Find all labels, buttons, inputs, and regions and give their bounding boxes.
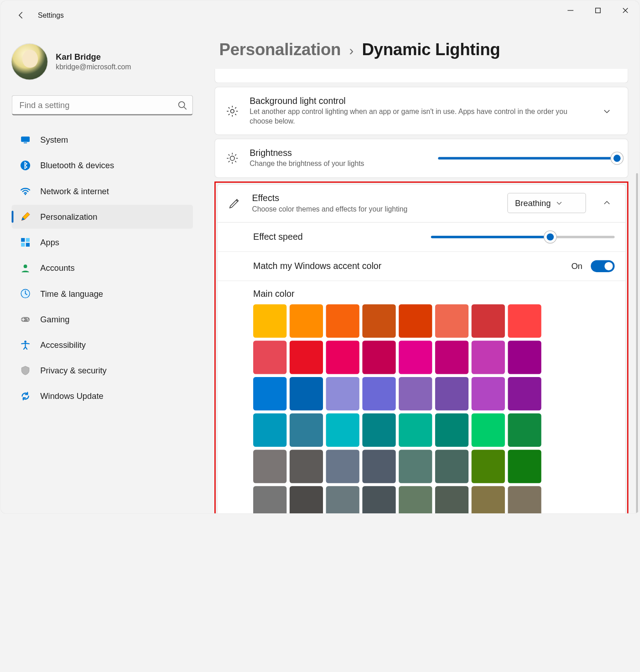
apps-icon: [20, 237, 31, 248]
color-swatch[interactable]: [508, 450, 541, 483]
breadcrumb-current: Dynamic Lighting: [362, 40, 500, 59]
color-swatch[interactable]: [290, 341, 323, 374]
color-swatch[interactable]: [472, 450, 505, 483]
color-swatch[interactable]: [435, 341, 468, 374]
breadcrumb-parent[interactable]: Personalization: [219, 40, 341, 59]
color-swatch[interactable]: [362, 486, 395, 513]
color-swatch[interactable]: [362, 304, 395, 337]
brightness-sub: Change the brightness of your lights: [250, 159, 427, 169]
color-swatch[interactable]: [508, 341, 541, 374]
sidebar-item-label: Time & language: [40, 289, 103, 299]
sidebar-item-bluetooth-devices[interactable]: Bluetooth & devices: [12, 154, 193, 177]
brightness-title: Brightness: [250, 148, 427, 158]
sidebar-item-accounts[interactable]: Accounts: [12, 256, 193, 280]
color-swatch[interactable]: [326, 341, 359, 374]
color-swatch[interactable]: [326, 377, 359, 410]
color-swatch[interactable]: [253, 377, 286, 410]
scrollbar-thumb[interactable]: [636, 173, 638, 513]
color-swatch[interactable]: [399, 377, 432, 410]
svg-point-17: [230, 156, 235, 160]
profile-name: Karl Bridge: [56, 52, 131, 62]
breadcrumb-separator: ›: [349, 43, 354, 59]
effects-header[interactable]: Effects Choose color themes and effects …: [218, 184, 625, 222]
color-swatch[interactable]: [362, 341, 395, 374]
main-color-label: Main color: [253, 288, 614, 298]
color-swatch[interactable]: [326, 486, 359, 513]
color-swatch[interactable]: [290, 486, 323, 513]
match-accent-label: Match my Windows accent color: [253, 261, 563, 271]
profile-block[interactable]: Karl Bridge kbridge@microsoft.com: [1, 36, 204, 91]
sidebar-item-personalization[interactable]: Personalization: [12, 205, 193, 228]
color-swatch[interactable]: [253, 486, 286, 513]
color-swatch[interactable]: [290, 413, 323, 446]
sidebar-item-time-language[interactable]: Time & language: [12, 282, 193, 305]
color-swatch[interactable]: [435, 377, 468, 410]
color-swatch[interactable]: [253, 304, 286, 337]
color-swatch[interactable]: [253, 341, 286, 374]
sidebar-item-gaming[interactable]: Gaming: [12, 307, 193, 331]
color-swatch[interactable]: [472, 377, 505, 410]
effect-speed-label: Effect speed: [253, 232, 420, 242]
color-swatch[interactable]: [399, 413, 432, 446]
effects-section-highlight: Effects Choose color themes and effects …: [214, 181, 628, 513]
sidebar-item-accessibility[interactable]: Accessibility: [12, 333, 193, 357]
content-scrollbar[interactable]: [635, 34, 638, 513]
color-swatch[interactable]: [399, 341, 432, 374]
color-swatch[interactable]: [435, 304, 468, 337]
color-swatch[interactable]: [399, 450, 432, 483]
color-swatch[interactable]: [472, 413, 505, 446]
color-swatch[interactable]: [472, 304, 505, 337]
maximize-button[interactable]: [584, 1, 612, 20]
color-swatch[interactable]: [326, 304, 359, 337]
svg-point-16: [230, 109, 234, 113]
color-swatch[interactable]: [508, 304, 541, 337]
sidebar-item-label: Network & internet: [40, 186, 109, 196]
time-icon: [20, 288, 31, 299]
sidebar-item-apps[interactable]: Apps: [12, 230, 193, 254]
sidebar-item-system[interactable]: System: [12, 128, 193, 151]
color-swatch[interactable]: [508, 486, 541, 513]
color-swatch[interactable]: [472, 341, 505, 374]
color-swatch[interactable]: [362, 413, 395, 446]
accounts-icon: [20, 263, 31, 274]
color-swatch[interactable]: [290, 377, 323, 410]
color-swatch[interactable]: [362, 450, 395, 483]
color-swatch[interactable]: [508, 377, 541, 410]
close-button[interactable]: [612, 1, 639, 20]
background-light-expand[interactable]: [597, 101, 617, 121]
sidebar-item-privacy-security[interactable]: Privacy & security: [12, 359, 193, 383]
color-swatch[interactable]: [326, 450, 359, 483]
app-title: Settings: [38, 11, 64, 19]
match-accent-state: On: [571, 261, 582, 271]
svg-rect-9: [26, 243, 30, 247]
color-swatch[interactable]: [253, 413, 286, 446]
match-accent-toggle[interactable]: [591, 260, 614, 272]
color-swatch[interactable]: [290, 304, 323, 337]
svg-rect-8: [21, 243, 25, 247]
svg-rect-6: [21, 238, 25, 242]
color-swatch[interactable]: [435, 486, 468, 513]
color-swatch[interactable]: [399, 486, 432, 513]
search-input[interactable]: [12, 95, 193, 115]
maximize-icon: [595, 7, 601, 13]
brightness-slider[interactable]: [438, 152, 617, 164]
color-swatch[interactable]: [326, 413, 359, 446]
system-icon: [20, 134, 31, 145]
color-swatch[interactable]: [508, 413, 541, 446]
sidebar-item-label: Personalization: [40, 212, 97, 222]
color-swatch[interactable]: [435, 413, 468, 446]
color-swatch[interactable]: [362, 377, 395, 410]
color-swatch[interactable]: [290, 450, 323, 483]
color-swatch[interactable]: [472, 486, 505, 513]
effects-collapse[interactable]: [597, 193, 617, 213]
effect-speed-slider[interactable]: [431, 231, 615, 243]
color-swatch[interactable]: [253, 450, 286, 483]
color-swatch[interactable]: [435, 450, 468, 483]
sidebar-item-windows-update[interactable]: Windows Update: [12, 384, 193, 408]
background-light-card[interactable]: Background light control Let another app…: [214, 87, 628, 135]
effects-combobox[interactable]: Breathing: [507, 193, 586, 213]
color-swatch[interactable]: [399, 304, 432, 337]
minimize-button[interactable]: [557, 1, 584, 20]
sidebar-item-network-internet[interactable]: Network & internet: [12, 179, 193, 203]
back-button[interactable]: [9, 3, 33, 27]
